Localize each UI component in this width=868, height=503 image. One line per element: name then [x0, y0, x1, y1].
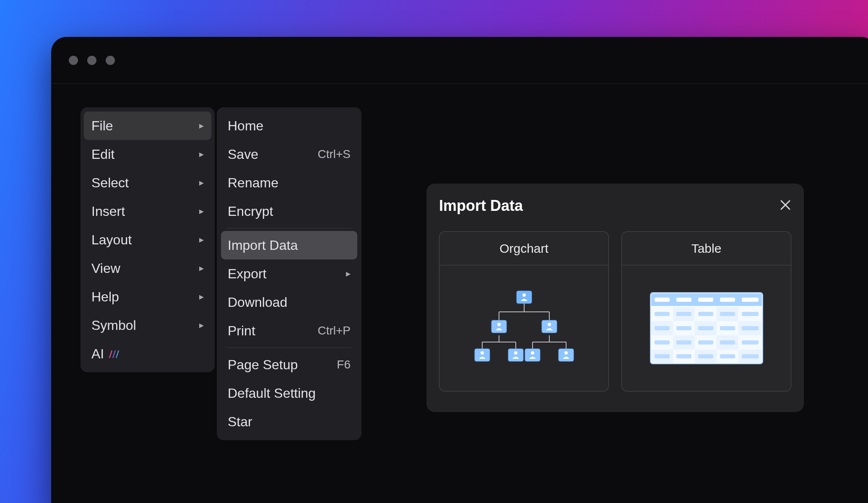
submenu-item-label: Default Setting: [228, 386, 351, 401]
chevron-right-icon: ▸: [199, 149, 204, 160]
svg-rect-30: [655, 312, 670, 316]
submenu-item-label: Import Data: [228, 238, 351, 253]
submenu-item-rename[interactable]: Rename: [217, 169, 361, 197]
chevron-right-icon: ▸: [199, 263, 204, 274]
submenu-item-label: Rename: [228, 175, 351, 191]
submenu-item-encrypt[interactable]: Encrypt: [217, 197, 361, 226]
main-menu: File ▸ Edit ▸ Select ▸ Insert ▸ Layout ▸…: [81, 107, 215, 372]
table-icon: [648, 288, 765, 368]
dialog-title: Import Data: [439, 197, 523, 215]
svg-rect-0: [517, 291, 532, 303]
svg-rect-10: [525, 349, 540, 361]
card-title: Table: [622, 232, 791, 265]
svg-rect-31: [676, 312, 691, 316]
close-icon[interactable]: [780, 199, 791, 213]
menu-item-label: Select: [91, 175, 195, 191]
chevron-right-icon: ▸: [199, 177, 204, 188]
submenu-item-export[interactable]: Export ▸: [217, 259, 361, 288]
svg-rect-22: [698, 298, 713, 302]
submenu-item-label: Page Setup: [228, 357, 337, 373]
submenu-item-home[interactable]: Home: [217, 111, 361, 140]
svg-rect-2: [491, 320, 507, 333]
svg-rect-21: [676, 298, 691, 302]
svg-rect-40: [655, 326, 670, 330]
menu-item-layout[interactable]: Layout ▸: [81, 226, 215, 254]
menu-item-edit[interactable]: Edit ▸: [81, 140, 215, 169]
menu-item-label: Layout: [91, 232, 195, 248]
chevron-right-icon: ▸: [199, 234, 204, 245]
menu-item-view[interactable]: View ▸: [81, 254, 215, 283]
submenu-item-save[interactable]: Save Ctrl+S: [217, 140, 361, 169]
submenu-separator: [227, 228, 351, 228]
card-orgchart[interactable]: Orgchart: [439, 231, 609, 392]
svg-rect-50: [655, 340, 670, 345]
card-body: [439, 265, 608, 391]
svg-rect-52: [698, 340, 713, 345]
window-close-dot[interactable]: [69, 56, 78, 65]
submenu-item-download[interactable]: Download: [217, 288, 361, 316]
svg-rect-23: [720, 298, 735, 302]
menu-item-ai[interactable]: AI: [81, 340, 215, 368]
menu-item-help[interactable]: Help ▸: [81, 283, 215, 311]
svg-rect-6: [475, 349, 490, 361]
menu-item-label: File: [91, 118, 195, 134]
svg-rect-63: [720, 354, 735, 358]
svg-rect-34: [742, 312, 759, 316]
menu-item-insert[interactable]: Insert ▸: [81, 197, 215, 226]
svg-point-11: [531, 351, 534, 355]
window-zoom-dot[interactable]: [106, 56, 115, 65]
svg-rect-61: [676, 354, 691, 358]
svg-point-9: [514, 351, 517, 355]
menu-item-label: Symbol: [91, 318, 195, 333]
chevron-right-icon: ▸: [199, 120, 204, 131]
submenu-item-label: Star: [228, 414, 351, 430]
svg-rect-32: [698, 312, 713, 316]
submenu-item-shortcut: F6: [337, 358, 351, 371]
svg-rect-62: [698, 354, 713, 358]
svg-rect-4: [542, 320, 557, 333]
chevron-right-icon: ▸: [199, 206, 204, 217]
submenu-item-page-setup[interactable]: Page Setup F6: [217, 350, 361, 379]
submenu-item-label: Print: [228, 323, 317, 339]
submenu-item-shortcut: Ctrl+P: [317, 324, 351, 337]
menu-item-ai-text: AI: [91, 346, 104, 362]
submenu-item-label: Save: [228, 147, 317, 162]
menu-item-file[interactable]: File ▸: [84, 111, 211, 140]
chevron-right-icon: ▸: [199, 320, 204, 331]
svg-rect-20: [655, 298, 670, 302]
card-title: Orgchart: [439, 232, 608, 265]
svg-rect-43: [720, 326, 735, 330]
submenu-item-star[interactable]: Star: [217, 407, 361, 436]
menu-item-label: AI: [91, 346, 204, 362]
submenu-item-default-setting[interactable]: Default Setting: [217, 379, 361, 407]
import-data-dialog: Import Data Orgchart: [426, 184, 804, 412]
submenu-item-print[interactable]: Print Ctrl+P: [217, 316, 361, 345]
svg-point-1: [522, 293, 526, 297]
menu-item-label: Help: [91, 289, 195, 305]
card-table[interactable]: Table: [621, 231, 791, 392]
menu-item-symbol[interactable]: Symbol ▸: [81, 311, 215, 340]
menu-item-label: Edit: [91, 147, 195, 162]
svg-point-5: [548, 323, 551, 326]
file-submenu: Home Save Ctrl+S Rename Encrypt Import D…: [217, 107, 361, 440]
submenu-item-label: Download: [228, 295, 351, 310]
submenu-separator: [227, 347, 351, 348]
svg-point-7: [481, 351, 484, 355]
app-window: File ▸ Edit ▸ Select ▸ Insert ▸ Layout ▸…: [51, 37, 868, 503]
svg-rect-60: [655, 354, 670, 358]
menu-item-label: Insert: [91, 204, 195, 219]
svg-rect-42: [698, 326, 713, 330]
submenu-item-label: Export: [228, 266, 342, 282]
svg-rect-53: [720, 340, 735, 345]
submenu-item-import-data[interactable]: Import Data: [221, 231, 357, 259]
menu-item-label: View: [91, 261, 195, 276]
submenu-item-label: Encrypt: [228, 204, 351, 219]
svg-rect-24: [742, 298, 759, 302]
svg-rect-33: [720, 312, 735, 316]
dialog-header: Import Data: [439, 194, 791, 218]
svg-rect-44: [742, 326, 759, 330]
window-minimize-dot[interactable]: [87, 56, 96, 65]
window-titlebar: [51, 37, 868, 84]
app-content: File ▸ Edit ▸ Select ▸ Insert ▸ Layout ▸…: [51, 84, 868, 503]
menu-item-select[interactable]: Select ▸: [81, 169, 215, 197]
